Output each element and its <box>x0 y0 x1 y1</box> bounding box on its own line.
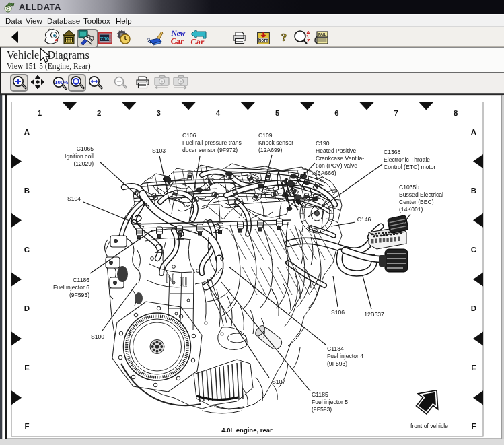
svg-text:Heated Positive: Heated Positive <box>316 147 356 154</box>
svg-text:S100: S100 <box>91 333 104 340</box>
svg-text:F: F <box>471 422 476 430</box>
svg-text:tion (PCV) valve: tion (PCV) valve <box>316 162 357 169</box>
svg-text:ducer sensor (9F972): ducer sensor (9F972) <box>182 147 238 153</box>
svg-text:C1065: C1065 <box>77 145 94 152</box>
svg-text:2: 2 <box>97 109 101 117</box>
svg-text:front of vehicle: front of vehicle <box>410 423 448 430</box>
svg-text:F: F <box>24 422 29 430</box>
svg-text:A: A <box>471 128 476 136</box>
svg-text:C106: C106 <box>182 132 196 139</box>
svg-text:C190: C190 <box>316 140 330 147</box>
svg-text:C1184: C1184 <box>327 345 344 352</box>
svg-text:D: D <box>24 304 30 312</box>
svg-text:FAIL: FAIL <box>318 32 327 36</box>
svg-text:100%: 100% <box>55 79 68 85</box>
svg-text:Fuel injector 6: Fuel injector 6 <box>53 284 89 291</box>
svg-text:Bussed Electrical: Bussed Electrical <box>399 191 443 198</box>
svg-text:Control (ETC) motor: Control (ETC) motor <box>384 164 435 170</box>
svg-text:Z: Z <box>307 38 310 44</box>
svg-text:B: B <box>24 186 30 195</box>
svg-text:A: A <box>306 30 310 36</box>
svg-text:(14K001): (14K001) <box>399 206 423 213</box>
svg-text:A: A <box>24 128 30 136</box>
svg-text:B: B <box>471 186 476 195</box>
svg-text:Car: Car <box>170 36 185 46</box>
svg-text:E: E <box>471 364 476 372</box>
svg-text:C1035b: C1035b <box>399 184 419 191</box>
svg-text:Electronic Throttle: Electronic Throttle <box>384 156 430 163</box>
svg-text:(12029): (12029) <box>73 160 94 167</box>
svg-text:S107: S107 <box>272 378 285 385</box>
svg-text:N: N <box>166 271 175 285</box>
svg-text:?: ? <box>281 31 287 44</box>
svg-text:C1185: C1185 <box>312 391 328 398</box>
svg-text:D: D <box>471 304 476 312</box>
svg-text:S104: S104 <box>67 195 81 202</box>
svg-text:8: 8 <box>454 109 458 117</box>
svg-text:5: 5 <box>275 109 280 117</box>
svg-text:6: 6 <box>334 109 338 117</box>
svg-text:Fuel injector 4: Fuel injector 4 <box>327 353 363 360</box>
svg-text:C1368: C1368 <box>384 149 401 156</box>
svg-text:Center (BEC): Center (BEC) <box>399 199 434 205</box>
svg-text:(9F593): (9F593) <box>327 360 347 367</box>
svg-text:Crankcase Ventila-: Crankcase Ventila- <box>316 155 364 162</box>
svg-text:Ignition coil: Ignition coil <box>65 153 94 160</box>
svg-text:N: N <box>147 37 150 41</box>
svg-text:4: 4 <box>216 109 221 117</box>
svg-text:1: 1 <box>38 109 42 117</box>
svg-text:NOTE: NOTE <box>259 38 269 42</box>
svg-text:S103: S103 <box>152 147 166 154</box>
svg-text:12B637: 12B637 <box>364 311 384 318</box>
svg-text:7: 7 <box>394 109 398 117</box>
svg-text:3: 3 <box>156 109 160 117</box>
svg-text:E: E <box>24 364 30 372</box>
svg-text:(6A666): (6A666) <box>316 170 336 176</box>
svg-text:Fuel injector 5: Fuel injector 5 <box>312 399 348 405</box>
svg-text:C109: C109 <box>258 132 273 139</box>
svg-text:(12A699): (12A699) <box>258 147 282 153</box>
svg-text:4.0L engine, rear: 4.0L engine, rear <box>221 426 273 434</box>
svg-text:C: C <box>471 246 476 254</box>
svg-text:Ill: Ill <box>179 275 187 288</box>
svg-text:Car: Car <box>190 37 205 46</box>
svg-text:Knock sensor: Knock sensor <box>258 139 293 146</box>
svg-text:C146: C146 <box>357 216 371 223</box>
svg-text:C: C <box>24 246 30 254</box>
svg-text:(9F593): (9F593) <box>312 406 332 413</box>
svg-text:C1186: C1186 <box>73 277 89 283</box>
svg-text:750: 750 <box>100 36 110 42</box>
svg-text:S106: S106 <box>331 309 345 316</box>
svg-text:Fuel rail pressure trans-: Fuel rail pressure trans- <box>182 139 244 146</box>
svg-text:(9F593): (9F593) <box>69 292 89 298</box>
